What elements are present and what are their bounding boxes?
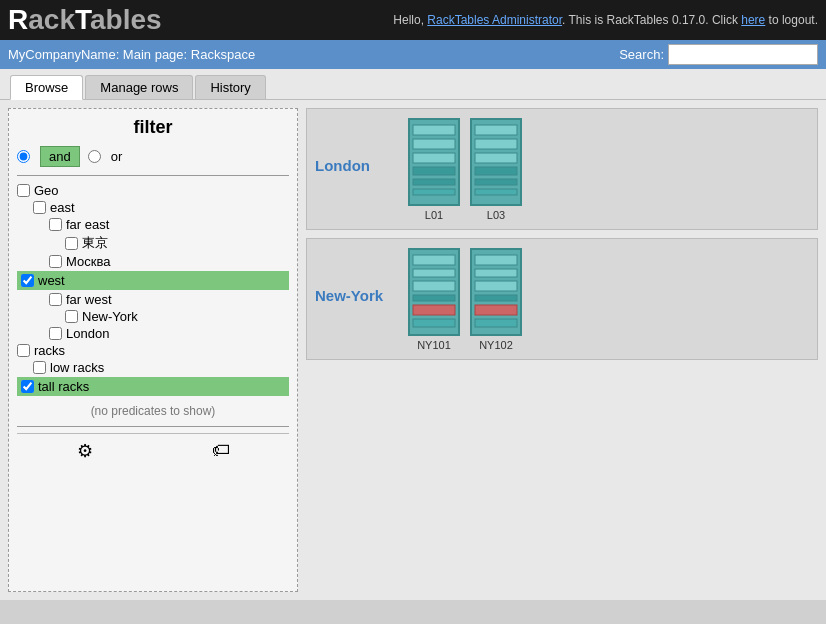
checkbox-moscow[interactable] xyxy=(49,255,62,268)
checkbox-racks[interactable] xyxy=(17,344,30,357)
tab-manage-rows[interactable]: Manage rows xyxy=(85,75,193,99)
rack-svg-L01[interactable] xyxy=(407,117,461,207)
rack-display: London L01 xyxy=(306,108,818,592)
svg-rect-3 xyxy=(413,153,455,163)
rack-items-london: L01 L03 xyxy=(407,117,523,221)
tree-item-london: London xyxy=(17,325,289,342)
app-header: RackTables Hello, RackTables Administrat… xyxy=(0,0,826,40)
svg-rect-16 xyxy=(413,269,455,277)
tree-item-moscow: Москва xyxy=(17,253,289,270)
logic-and-label: and xyxy=(40,146,80,167)
filter-buttons: ⚙ 🏷 xyxy=(17,433,289,462)
rack-svg-NY101[interactable] xyxy=(407,247,461,337)
gear-icon[interactable]: ⚙ xyxy=(77,440,93,462)
tree-item-tokyo: 東京 xyxy=(17,233,289,253)
tab-history[interactable]: History xyxy=(195,75,265,99)
svg-rect-15 xyxy=(413,255,455,265)
tab-browse[interactable]: Browse xyxy=(10,75,83,100)
checkbox-london[interactable] xyxy=(49,327,62,340)
svg-rect-1 xyxy=(413,125,455,135)
checkbox-tall-racks[interactable] xyxy=(21,380,34,393)
svg-rect-11 xyxy=(475,167,517,175)
svg-rect-4 xyxy=(413,167,455,175)
rack-label-L03: L03 xyxy=(487,209,505,221)
checkbox-east[interactable] xyxy=(33,201,46,214)
info-suffix: . This is RackTables 0.17.0. Click xyxy=(562,13,741,27)
svg-rect-23 xyxy=(475,269,517,277)
label-geo: Geo xyxy=(34,183,59,198)
header-info: Hello, RackTables Administrator. This is… xyxy=(393,13,818,27)
hello-prefix: Hello, xyxy=(393,13,427,27)
rack-item-L01: L01 xyxy=(407,117,461,221)
app-logo: RackTables xyxy=(8,4,162,36)
tree-item-far-west: far west xyxy=(17,291,289,308)
label-east: east xyxy=(50,200,75,215)
svg-rect-6 xyxy=(413,189,455,195)
rack-item-NY101: NY101 xyxy=(407,247,461,351)
label-far-east: far east xyxy=(66,217,109,232)
checkbox-far-east[interactable] xyxy=(49,218,62,231)
rack-group-london: London L01 xyxy=(306,108,818,230)
checkbox-tokyo[interactable] xyxy=(65,237,78,250)
no-predicates-text: (no predicates to show) xyxy=(17,404,289,418)
svg-rect-26 xyxy=(475,305,517,315)
filter-panel: filter and or Geo east far east 東京 xyxy=(8,108,298,592)
logic-or-label: or xyxy=(111,149,123,164)
search-label: Search: xyxy=(619,47,664,62)
tree-item-racks: racks xyxy=(17,342,289,359)
filter-bottom-divider xyxy=(17,426,289,427)
label-west: west xyxy=(38,273,65,288)
svg-rect-18 xyxy=(413,295,455,301)
search-bar: Search: xyxy=(619,44,818,65)
svg-rect-17 xyxy=(413,281,455,291)
svg-rect-25 xyxy=(475,295,517,301)
filter-logic: and or xyxy=(17,146,289,167)
rack-svg-L03[interactable] xyxy=(469,117,523,207)
tabs-bar: Browse Manage rows History xyxy=(0,69,826,100)
label-racks: racks xyxy=(34,343,65,358)
checkbox-low-racks[interactable] xyxy=(33,361,46,374)
rack-label-L01: L01 xyxy=(425,209,443,221)
rack-item-NY102: NY102 xyxy=(469,247,523,351)
info-end: to logout. xyxy=(765,13,818,27)
svg-rect-10 xyxy=(475,153,517,163)
tree-item-low-racks: low racks xyxy=(17,359,289,376)
logic-and-radio[interactable] xyxy=(17,150,30,163)
here-link[interactable]: here xyxy=(741,13,765,27)
rack-svg-NY102[interactable] xyxy=(469,247,523,337)
svg-rect-9 xyxy=(475,139,517,149)
checkbox-west[interactable] xyxy=(21,274,34,287)
checkbox-far-west[interactable] xyxy=(49,293,62,306)
svg-rect-19 xyxy=(413,305,455,315)
label-low-racks: low racks xyxy=(50,360,104,375)
rack-items-new-york: NY101 NY102 xyxy=(407,247,523,351)
tag-icon[interactable]: 🏷 xyxy=(212,440,230,462)
logic-or-radio[interactable] xyxy=(88,150,101,163)
svg-rect-5 xyxy=(413,179,455,185)
svg-rect-20 xyxy=(413,319,455,327)
rack-group-new-york: New-York NY101 xyxy=(306,238,818,360)
filter-title: filter xyxy=(17,117,289,138)
checkbox-geo[interactable] xyxy=(17,184,30,197)
admin-link[interactable]: RackTables Administrator xyxy=(427,13,562,27)
svg-rect-13 xyxy=(475,189,517,195)
label-london: London xyxy=(66,326,109,341)
search-input[interactable] xyxy=(668,44,818,65)
label-tokyo: 東京 xyxy=(82,234,108,252)
tree-item-west: west xyxy=(17,271,289,290)
tree-item-far-east: far east xyxy=(17,216,289,233)
svg-rect-12 xyxy=(475,179,517,185)
rack-group-london-label: London xyxy=(315,117,395,174)
rack-label-NY101: NY101 xyxy=(417,339,451,351)
svg-rect-24 xyxy=(475,281,517,291)
rack-group-new-york-label: New-York xyxy=(315,247,395,304)
tree-item-east: east xyxy=(17,199,289,216)
tree-item-new-york: New-York xyxy=(17,308,289,325)
checkbox-new-york[interactable] xyxy=(65,310,78,323)
tree-item-geo: Geo xyxy=(17,182,289,199)
rack-item-L03: L03 xyxy=(469,117,523,221)
label-far-west: far west xyxy=(66,292,112,307)
label-moscow: Москва xyxy=(66,254,110,269)
navbar: MyCompanyName: Main page: Rackspace Sear… xyxy=(0,40,826,69)
svg-rect-22 xyxy=(475,255,517,265)
